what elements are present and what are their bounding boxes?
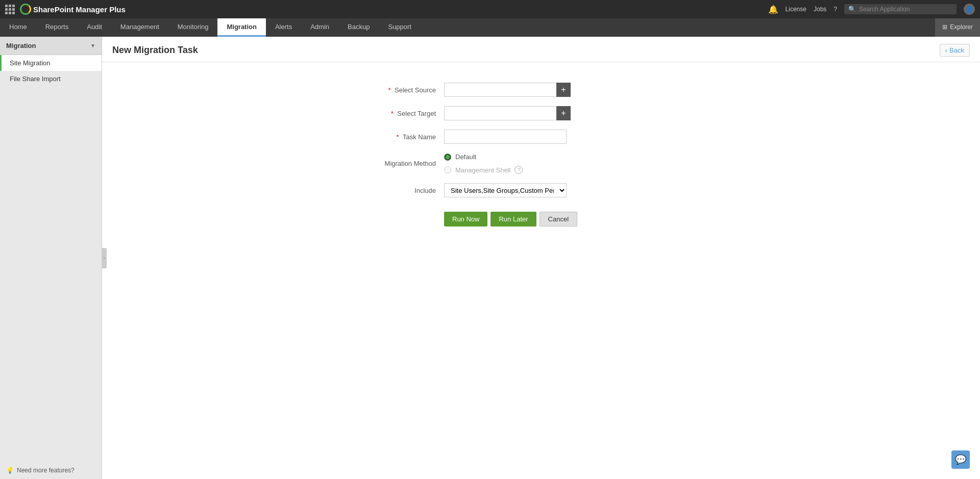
required-star-task: *	[397, 133, 399, 141]
back-label: Back	[949, 46, 964, 54]
migration-method-row: Migration Method Default Management Shel…	[352, 153, 730, 174]
required-star-source: *	[388, 86, 390, 94]
app-logo: SharePoint Manager Plus	[20, 4, 126, 15]
sidebar-footer[interactable]: 💡 Need more features?	[0, 462, 102, 479]
app-name: SharePoint Manager Plus	[33, 5, 126, 14]
sidebar-footer-text: Need more features?	[17, 467, 75, 474]
layout: Migration ▼ Site Migration File Share Im…	[0, 37, 980, 479]
user-avatar[interactable]: 👤	[964, 4, 975, 15]
help-circle-icon[interactable]: ?	[514, 166, 523, 174]
select-source-input[interactable]	[444, 83, 556, 97]
lightbulb-icon: 💡	[6, 467, 14, 474]
select-target-input[interactable]	[444, 106, 556, 120]
migration-method-label: Migration Method	[352, 160, 444, 167]
sidebar-header: Migration ▼	[0, 37, 102, 55]
search-icon: 🔍	[848, 6, 856, 13]
select-source-input-group: +	[444, 83, 571, 97]
sidebar: Migration ▼ Site Migration File Share Im…	[0, 37, 102, 479]
radio-default: Default	[444, 153, 523, 161]
grid-menu-icon[interactable]	[5, 5, 15, 14]
select-source-add-button[interactable]: +	[556, 83, 571, 97]
nav-reports[interactable]: Reports	[36, 18, 78, 37]
run-now-button[interactable]: Run Now	[444, 212, 487, 226]
sidebar-collapse-handle[interactable]: ›	[102, 248, 107, 268]
select-target-label: * Select Target	[352, 110, 444, 117]
explorer-button[interactable]: ⊞ Explorer	[935, 18, 980, 37]
sidebar-item-file-share-import[interactable]: File Share Import	[0, 71, 102, 87]
radio-mgmt-shell: Management Shell ?	[444, 166, 523, 174]
radio-mgmt-shell-label: Management Shell	[455, 166, 510, 174]
topbar-left: SharePoint Manager Plus	[5, 4, 126, 15]
search-input[interactable]	[859, 6, 951, 13]
nav-support[interactable]: Support	[379, 18, 421, 37]
sidebar-item-site-migration[interactable]: Site Migration	[0, 55, 102, 71]
action-buttons: Run Now Run Later Cancel	[444, 212, 577, 226]
logo-circle-icon	[20, 4, 31, 15]
main-header: New Migration Task ‹ Back	[102, 37, 980, 62]
nav-migration[interactable]: Migration	[217, 18, 266, 37]
help-icon[interactable]: ?	[834, 6, 837, 13]
chat-bubble-button[interactable]: 💬	[951, 450, 970, 469]
nav-backup[interactable]: Backup	[338, 18, 379, 37]
nav-management[interactable]: Management	[111, 18, 168, 37]
search-box: 🔍	[844, 4, 957, 14]
back-button[interactable]: ‹ Back	[940, 44, 970, 57]
task-name-label: * Task Name	[352, 133, 444, 141]
navbar: Home Reports Audit Management Monitoring…	[0, 18, 980, 37]
nav-home[interactable]: Home	[0, 18, 36, 37]
select-source-label: * Select Source	[352, 86, 444, 94]
required-star-target: *	[391, 110, 394, 117]
nav-audit[interactable]: Audit	[78, 18, 111, 37]
select-source-row: * Select Source +	[352, 83, 730, 97]
nav-admin[interactable]: Admin	[301, 18, 338, 37]
cancel-button[interactable]: Cancel	[540, 212, 577, 226]
select-target-input-group: +	[444, 106, 571, 120]
radio-mgmt-shell-input	[444, 166, 451, 173]
topbar: SharePoint Manager Plus 🔔 License Jobs ?…	[0, 0, 980, 18]
explorer-label: Explorer	[950, 23, 973, 31]
topbar-right: 🔔 License Jobs ? 🔍 👤	[768, 4, 975, 15]
radio-default-label[interactable]: Default	[455, 153, 476, 161]
radio-default-input[interactable]	[444, 154, 451, 161]
chat-icon: 💬	[955, 454, 966, 465]
buttons-row: Run Now Run Later Cancel	[352, 207, 730, 226]
run-later-button[interactable]: Run Later	[491, 212, 536, 226]
sidebar-chevron-icon[interactable]: ▼	[90, 43, 95, 48]
sidebar-title: Migration	[6, 42, 36, 49]
task-name-input[interactable]	[444, 130, 567, 144]
task-name-row: * Task Name	[352, 130, 730, 144]
nav-alerts[interactable]: Alerts	[266, 18, 301, 37]
include-row: Include Site Users,Site Groups,Custom Pe…	[352, 183, 730, 197]
back-chevron-icon: ‹	[945, 46, 947, 54]
explorer-icon: ⊞	[942, 23, 947, 31]
license-link[interactable]: License	[786, 6, 806, 13]
migration-method-radio-group: Default Management Shell ?	[444, 153, 523, 174]
bell-icon[interactable]: 🔔	[768, 5, 778, 14]
page-title: New Migration Task	[112, 45, 198, 56]
main-content: New Migration Task ‹ Back * Select Sourc…	[102, 37, 980, 479]
nav-monitoring[interactable]: Monitoring	[168, 18, 218, 37]
include-label: Include	[352, 187, 444, 194]
migration-form: * Select Source + * Select Target +	[311, 62, 771, 256]
select-target-row: * Select Target +	[352, 106, 730, 120]
include-select[interactable]: Site Users,Site Groups,Custom Permi	[444, 183, 567, 197]
jobs-link[interactable]: Jobs	[814, 6, 826, 13]
select-target-add-button[interactable]: +	[556, 106, 571, 120]
